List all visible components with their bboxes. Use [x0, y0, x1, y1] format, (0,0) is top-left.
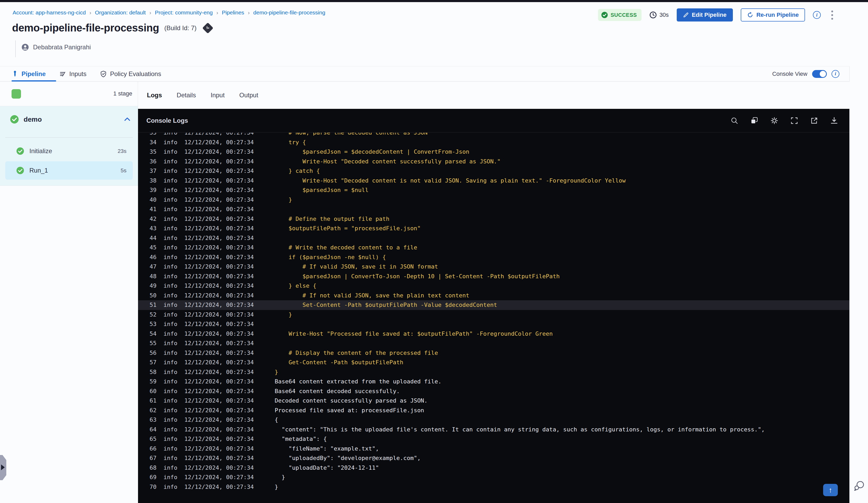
- inputs-icon: [59, 71, 66, 77]
- console-title: Console Logs: [146, 117, 730, 124]
- log-row: 56 info 12/12/2024, 00:27:34 # Display t…: [138, 348, 849, 358]
- log-scroll-area[interactable]: 33 info 12/12/2024, 00:27:34 # Now, pars…: [138, 133, 849, 503]
- log-row: 51 info 12/12/2024, 00:27:34 Set-Content…: [138, 300, 849, 310]
- git-commit-icon[interactable]: [202, 22, 213, 33]
- step-list: Initialize23sRun_15s: [5, 142, 133, 180]
- author-row: Debabrata Panigrahi: [21, 43, 91, 51]
- execution-tabbar: Pipeline Inputs Policy Evaluations Conso…: [0, 66, 849, 82]
- step-success-icon: [16, 147, 24, 155]
- log-row: 63 info 12/12/2024, 00:27:34 {: [138, 415, 849, 425]
- log-row: 49 info 12/12/2024, 00:27:34 } else {: [138, 281, 849, 291]
- log-row: 33 info 12/12/2024, 00:27:34 # Now, pars…: [138, 133, 849, 138]
- chevron-up-icon[interactable]: [123, 115, 131, 123]
- breadcrumb-link[interactable]: Account: app-harness-ng-cicd: [13, 9, 86, 16]
- breadcrumb-link[interactable]: Project: community-eng: [155, 9, 213, 16]
- fullscreen-icon[interactable]: [790, 116, 798, 125]
- log-tab-logs[interactable]: Logs: [147, 92, 162, 99]
- log-row: 66 info 12/12/2024, 00:27:34 "fileName":…: [138, 444, 849, 454]
- log-row: 68 info 12/12/2024, 00:27:34 "uploadDate…: [138, 463, 849, 473]
- edit-pipeline-button[interactable]: Edit Pipeline: [677, 8, 733, 21]
- build-id-label: (Build Id: 7): [164, 24, 197, 32]
- step-row-run_1[interactable]: Run_15s: [5, 161, 133, 180]
- stage-success-icon: [10, 115, 19, 124]
- copy-icon[interactable]: [750, 116, 758, 125]
- log-row: 60 info 12/12/2024, 00:27:34 Base64 cont…: [138, 387, 849, 396]
- step-detail-tabs: LogsDetailsInputOutput: [138, 82, 868, 109]
- avatar: [21, 43, 29, 51]
- log-row: 45 info 12/12/2024, 00:27:34 # Write the…: [138, 243, 849, 253]
- status-badge: SUCCESS: [598, 9, 642, 21]
- log-tab-input[interactable]: Input: [211, 92, 225, 99]
- step-success-icon: [16, 167, 24, 175]
- log-row: 42 info 12/12/2024, 00:27:34 # Define th…: [138, 214, 849, 224]
- log-row: 69 info 12/12/2024, 00:27:34 }: [138, 473, 849, 482]
- log-row: 40 info 12/12/2024, 00:27:34 }: [138, 195, 849, 205]
- console-panel: Console Logs: [138, 109, 849, 503]
- page-title: demo-pipeline-file-processing: [12, 22, 159, 34]
- author-timeline-divider: [15, 40, 16, 57]
- console-view-label: Console View: [772, 71, 807, 77]
- console-view-toggle[interactable]: [812, 70, 827, 78]
- stage-status-square-icon: [12, 89, 21, 98]
- log-row: 44 info 12/12/2024, 00:27:34: [138, 233, 849, 243]
- breadcrumb-link[interactable]: demo-pipeline-file-processing: [253, 9, 325, 16]
- log-row: 62 info 12/12/2024, 00:27:34 Processed f…: [138, 406, 849, 416]
- breadcrumb-separator: ›: [248, 10, 250, 16]
- rerun-pipeline-button[interactable]: Re-run Pipeline: [741, 8, 805, 21]
- log-lines: 33 info 12/12/2024, 00:27:34 # Now, pars…: [138, 133, 849, 492]
- log-row: 70 info 12/12/2024, 00:27:34 }: [138, 482, 849, 492]
- console-view-info-icon[interactable]: i: [831, 70, 839, 78]
- more-options-menu[interactable]: [829, 9, 836, 21]
- log-row: 58 info 12/12/2024, 00:27:34 }: [138, 367, 849, 377]
- scroll-to-top-button[interactable]: ↑: [823, 484, 838, 496]
- log-row: 54 info 12/12/2024, 00:27:34 Write-Host …: [138, 329, 849, 339]
- log-row: 53 info 12/12/2024, 00:27:34: [138, 319, 849, 329]
- sidebar-expander-handle[interactable]: [0, 455, 6, 480]
- window-top-strip: [0, 0, 868, 2]
- duration-text: 30s: [659, 12, 669, 18]
- tab-policy-evaluations[interactable]: Policy Evaluations: [100, 66, 161, 81]
- log-row: 61 info 12/12/2024, 00:27:34 Decoded con…: [138, 396, 849, 406]
- stage-header-demo[interactable]: demo: [0, 112, 138, 127]
- log-row: 64 info 12/12/2024, 00:27:34 "content": …: [138, 425, 849, 434]
- header-actions: SUCCESS 30s Edit Pipeline Re-run Pipelin…: [598, 8, 836, 21]
- log-row: 38 info 12/12/2024, 00:27:34 Write-Host …: [138, 176, 849, 186]
- tab-inputs[interactable]: Inputs: [59, 66, 86, 81]
- step-row-initialize[interactable]: Initialize23s: [5, 142, 133, 160]
- log-row: 43 info 12/12/2024, 00:27:34 $outputFile…: [138, 224, 849, 233]
- tab-pipeline[interactable]: Pipeline: [12, 66, 46, 81]
- log-row: 34 info 12/12/2024, 00:27:34 try {: [138, 138, 849, 147]
- shield-check-icon: [100, 71, 107, 77]
- search-icon[interactable]: [730, 116, 738, 125]
- console-toolbar: [730, 116, 838, 125]
- breadcrumb: Account: app-harness-ng-cicd›Organizatio…: [13, 9, 326, 16]
- expand-arrow-icon: [1, 464, 5, 470]
- status-text: SUCCESS: [611, 12, 637, 18]
- log-row: 55 info 12/12/2024, 00:27:34: [138, 338, 849, 348]
- stage-count-row: 1 stage: [0, 82, 138, 106]
- settings-gear-icon[interactable]: [770, 116, 778, 125]
- log-row: 39 info 12/12/2024, 00:27:34 $parsedJson…: [138, 186, 849, 195]
- log-tab-details[interactable]: Details: [177, 92, 196, 99]
- breadcrumb-link[interactable]: Organization: default: [95, 9, 146, 16]
- tree-divider: [5, 137, 133, 138]
- page-header: Account: app-harness-ng-cicd›Organizatio…: [0, 2, 868, 66]
- download-icon[interactable]: [830, 116, 838, 125]
- breadcrumb-separator: ›: [90, 10, 91, 16]
- log-row: 48 info 12/12/2024, 00:27:34 $parsedJson…: [138, 272, 849, 281]
- log-row: 57 info 12/12/2024, 00:27:34 Get-Content…: [138, 358, 849, 367]
- step-detail-panel: LogsDetailsInputOutput Console Logs: [138, 82, 868, 503]
- console-header: Console Logs: [138, 109, 849, 133]
- log-row: 65 info 12/12/2024, 00:27:34 "metadata":…: [138, 434, 849, 444]
- log-row: 59 info 12/12/2024, 00:27:34 Base64 cont…: [138, 377, 849, 387]
- log-row: 50 info 12/12/2024, 00:27:34 # If not va…: [138, 291, 849, 301]
- open-in-new-icon[interactable]: [810, 116, 818, 125]
- stage-count-label: 1 stage: [113, 90, 132, 97]
- log-tab-output[interactable]: Output: [239, 92, 258, 99]
- breadcrumb-separator: ›: [149, 10, 151, 16]
- log-row: 37 info 12/12/2024, 00:27:34 } catch {: [138, 166, 849, 176]
- log-row: 35 info 12/12/2024, 00:27:34 $parsedJson…: [138, 147, 849, 157]
- log-row: 46 info 12/12/2024, 00:27:34 if ($parsed…: [138, 253, 849, 262]
- breadcrumb-link[interactable]: Pipelines: [222, 9, 244, 16]
- rerun-info-icon[interactable]: i: [813, 11, 821, 19]
